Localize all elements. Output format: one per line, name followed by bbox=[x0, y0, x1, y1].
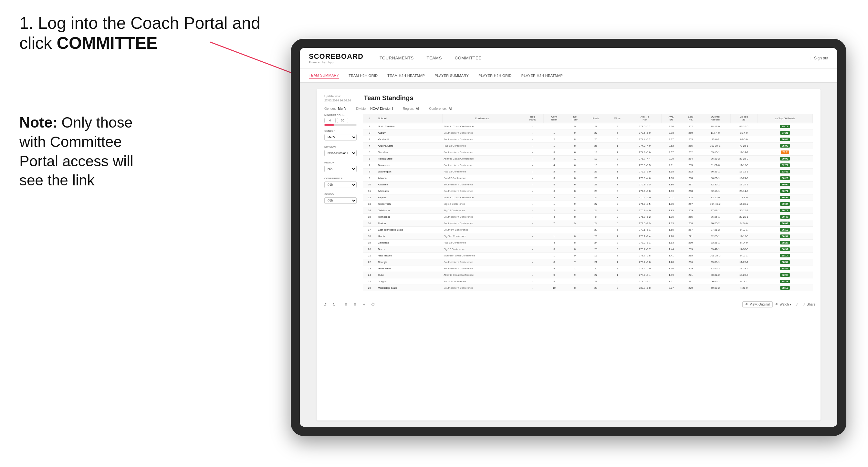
subnav-team-summary[interactable]: TEAM SUMMARY bbox=[309, 72, 339, 79]
view-original-button[interactable]: 👁 View: Original bbox=[742, 301, 773, 307]
cell-rnds: 26 bbox=[585, 143, 607, 149]
cell-rank: 15 bbox=[363, 214, 376, 220]
cell-vs50-pts: 86.64 bbox=[757, 136, 812, 143]
paste-icon[interactable]: ⊟ bbox=[352, 301, 358, 308]
cell-vs25: 30-4-0 bbox=[731, 130, 757, 136]
cell-conference: Southeastern Conference bbox=[442, 182, 522, 188]
nav-teams[interactable]: TEAMS bbox=[427, 54, 442, 62]
step-title: 1. Log into the Coach Portal and click C… bbox=[20, 13, 278, 53]
conference-select[interactable]: (All) bbox=[324, 182, 356, 188]
cell-school: Virginia bbox=[376, 194, 442, 201]
col-conference: Conference bbox=[442, 114, 522, 123]
cell-wins: 2 bbox=[607, 201, 628, 207]
cell-conference: Southeastern Conference bbox=[442, 130, 522, 136]
cell-conf-rank: 4 bbox=[544, 214, 565, 220]
nav-tournaments[interactable]: TOURNAMENTS bbox=[379, 54, 414, 62]
cell-no-tour: 8 bbox=[565, 168, 585, 175]
sign-out-link[interactable]: Sign out bbox=[814, 56, 828, 60]
gender-select[interactable]: Men's bbox=[324, 134, 356, 141]
cell-wins: 0 bbox=[607, 285, 628, 291]
table-row: 21 New Mexico Mountain West Conference -… bbox=[363, 253, 813, 259]
cell-rnds: 24 bbox=[585, 194, 607, 201]
cell-vs50-pts: 80.47 bbox=[757, 214, 812, 220]
main-panel: Update time: 27/03/2024 16:56:26 Team St… bbox=[317, 89, 820, 421]
cell-rank: 26 bbox=[363, 285, 376, 291]
redo-icon[interactable]: ↻ bbox=[331, 301, 337, 308]
cell-reg-rank: - bbox=[522, 143, 544, 149]
share-button[interactable]: ↗ Share bbox=[803, 303, 815, 306]
cell-overall: 86-25-1 bbox=[700, 168, 731, 175]
cell-reg-rank: - bbox=[522, 188, 544, 194]
app-logo: SCOREBOARD bbox=[309, 52, 364, 61]
filter-row: Gender: Men's Division: NCAA Division I … bbox=[317, 105, 820, 114]
cell-reg-rank: - bbox=[522, 214, 544, 220]
division-select[interactable]: NCAA Division I bbox=[324, 150, 356, 156]
cell-avg-sg: 1.63 bbox=[661, 220, 681, 227]
copy-icon[interactable]: ⊞ bbox=[343, 301, 349, 308]
region-select[interactable]: N/A bbox=[324, 166, 356, 172]
cell-avg-sg: 1.85 bbox=[661, 214, 681, 220]
table-row: 10 Alabama Southeastern Conference - 5 6… bbox=[363, 182, 813, 188]
school-select[interactable]: (All) bbox=[324, 197, 356, 204]
cell-overall: 59-41-1 bbox=[700, 246, 731, 253]
rounds-slider[interactable] bbox=[324, 124, 356, 126]
subnav-team-h2h-grid[interactable]: TEAM H2H GRID bbox=[348, 72, 378, 79]
cell-vs50-pts: 80.23 bbox=[757, 175, 812, 182]
cell-reg-rank: - bbox=[522, 182, 544, 188]
cell-vs25: 11-38-2 bbox=[731, 266, 757, 272]
col-vs-top50: Vs Top 50 Points bbox=[757, 114, 812, 123]
subnav-player-summary[interactable]: PLAYER SUMMARY bbox=[434, 72, 469, 79]
cell-rnds: 27 bbox=[585, 130, 607, 136]
note-area: Note: Only those with Committee Portal a… bbox=[20, 113, 149, 190]
cell-conf-rank: 5 bbox=[544, 278, 565, 285]
watch-button[interactable]: 👁 Watch ▾ bbox=[775, 303, 792, 306]
cell-reg-rank: - bbox=[522, 207, 544, 214]
clock-icon[interactable]: ⏱ bbox=[370, 301, 376, 308]
subnav-player-h2h-heatmap[interactable]: PLAYER H2H HEATMAP bbox=[521, 72, 563, 79]
cell-conf-rank: 2 bbox=[544, 168, 565, 175]
cell-overall: 86-25-1 bbox=[700, 175, 731, 182]
share-icon: ↗ bbox=[803, 303, 805, 306]
cell-vs25: 9-10-1 bbox=[731, 227, 757, 233]
cell-reg-rank: - bbox=[522, 175, 544, 182]
subnav-player-h2h-grid[interactable]: PLAYER H2H GRID bbox=[478, 72, 512, 79]
view-original-label: View: Original bbox=[750, 303, 770, 306]
cell-conference: Big Ten Conference bbox=[442, 233, 522, 240]
min-rounds-input[interactable] bbox=[324, 118, 336, 123]
cell-school: Auburn bbox=[376, 130, 442, 136]
cell-overall: 80-25-2 bbox=[700, 220, 731, 227]
col-no-tour: NoTour bbox=[565, 114, 585, 123]
cell-wins: 4 bbox=[607, 123, 628, 130]
undo-icon[interactable]: ↺ bbox=[322, 301, 328, 308]
subnav-team-h2h-heatmap[interactable]: TEAM H2H HEATMAP bbox=[387, 72, 425, 79]
cell-conference: Southeastern Conference bbox=[442, 149, 522, 156]
cell-vs50-pts: 88.38 bbox=[757, 278, 812, 285]
cell-avg-sg: 1.30 bbox=[661, 266, 681, 272]
cell-no-tour: 8 bbox=[565, 175, 585, 182]
nav-committee[interactable]: COMMITTEE bbox=[455, 54, 482, 62]
cell-no-tour: 8 bbox=[565, 240, 585, 246]
cell-overall: 61-21-0 bbox=[700, 162, 731, 168]
cell-school: Mississippi State bbox=[376, 285, 442, 291]
note-label: Note: bbox=[20, 114, 58, 131]
add-icon[interactable]: + bbox=[361, 301, 367, 308]
cell-vs50-pts: 88.42 bbox=[757, 266, 812, 272]
cell-wins: 1 bbox=[607, 259, 628, 266]
cell-rank: 22 bbox=[363, 259, 376, 266]
cell-vs25: 68-6-0 bbox=[731, 136, 757, 143]
cell-no-tour: 6 bbox=[565, 182, 585, 188]
cell-conf-rank: 6 bbox=[544, 188, 565, 194]
cell-low-rd: 265 bbox=[681, 143, 700, 149]
cell-vs50-pts: 80.71 bbox=[757, 188, 812, 194]
cell-adj: 276.8 -6.2 bbox=[628, 214, 661, 220]
expand-icon[interactable]: ⤢ bbox=[794, 301, 800, 308]
cell-reg-rank: - bbox=[522, 194, 544, 201]
max-rounds-input[interactable] bbox=[337, 118, 348, 123]
region-sidebar-filter: Region N/A bbox=[324, 161, 356, 173]
cell-low-rd: 266 bbox=[681, 259, 700, 266]
cell-no-tour: 8 bbox=[565, 143, 585, 149]
cell-conference: Southeastern Conference bbox=[442, 266, 522, 272]
cell-vs50-pts: 80.34 bbox=[757, 201, 812, 207]
cell-rnds: 17 bbox=[585, 253, 607, 259]
cell-no-tour: 9 bbox=[565, 130, 585, 136]
